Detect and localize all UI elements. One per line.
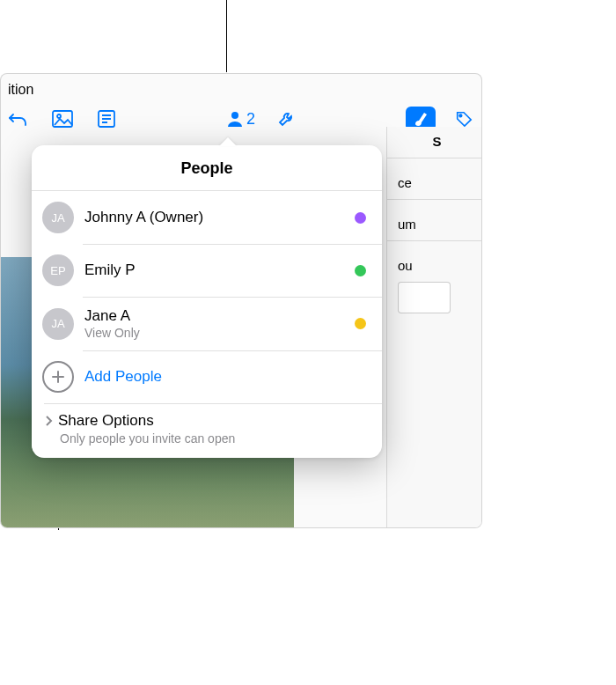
person-permission: View Only bbox=[84, 326, 348, 340]
plus-icon bbox=[42, 361, 74, 393]
layout-swatch[interactable] bbox=[398, 282, 451, 313]
image-icon[interactable] bbox=[50, 107, 75, 131]
add-people-label: Add People bbox=[84, 368, 162, 386]
people-popover: People JA Johnny A (Owner) EP Emily P JA… bbox=[32, 145, 382, 458]
popover-title: People bbox=[32, 145, 382, 191]
avatar: JA bbox=[42, 308, 74, 340]
inspector-row-column[interactable]: um bbox=[387, 200, 481, 241]
inspector-row-appearance[interactable]: ce bbox=[387, 158, 481, 200]
window-title: ition bbox=[1, 74, 481, 103]
callout-line-top bbox=[226, 0, 227, 72]
svg-point-6 bbox=[231, 112, 238, 119]
tools-icon[interactable] bbox=[275, 107, 299, 131]
text-icon[interactable] bbox=[94, 107, 119, 131]
share-options-row[interactable]: Share Options Only people you invite can… bbox=[32, 403, 382, 458]
inspector-panel: S ce um ou bbox=[386, 127, 481, 528]
person-name: Emily P bbox=[84, 261, 348, 279]
presence-dot bbox=[355, 318, 366, 329]
add-people-row[interactable]: Add People bbox=[32, 350, 382, 403]
svg-point-1 bbox=[57, 114, 61, 118]
avatar: JA bbox=[42, 202, 74, 233]
person-row[interactable]: EP Emily P bbox=[32, 244, 382, 297]
inspector-row-layout[interactable]: ou bbox=[387, 241, 481, 322]
person-row[interactable]: JA Jane A View Only bbox=[32, 297, 382, 350]
person-row-owner[interactable]: JA Johnny A (Owner) bbox=[32, 191, 382, 244]
undo-icon[interactable] bbox=[6, 107, 31, 131]
collaboration-button[interactable]: 2 bbox=[225, 109, 255, 129]
collab-count: 2 bbox=[246, 110, 255, 129]
share-options-title: Share Options bbox=[58, 412, 154, 430]
popover-arrow bbox=[219, 137, 237, 146]
person-name: Johnny A (Owner) bbox=[84, 209, 348, 226]
share-options-subtitle: Only people you invite can open bbox=[60, 431, 370, 446]
presence-dot bbox=[355, 212, 366, 224]
presence-dot bbox=[355, 265, 366, 276]
inspector-header: S bbox=[387, 127, 481, 158]
person-name: Jane A bbox=[84, 307, 348, 325]
svg-point-7 bbox=[459, 114, 462, 117]
avatar: EP bbox=[42, 254, 74, 286]
chevron-right-icon bbox=[44, 415, 53, 427]
